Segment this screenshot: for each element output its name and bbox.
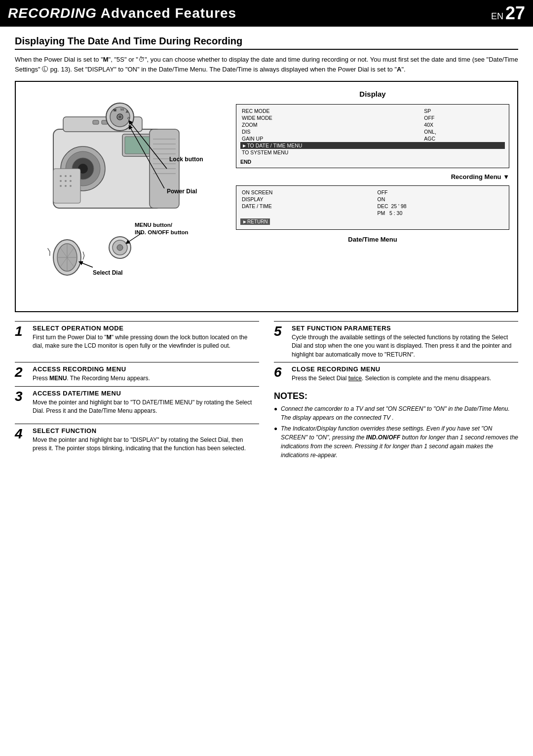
datetime-menu-label: Date/Time Menu	[236, 236, 509, 243]
svg-point-23	[70, 175, 72, 177]
step-number: 3	[15, 390, 29, 403]
step-title: CLOSE RECORDING MENU	[292, 365, 518, 373]
svg-point-21	[60, 175, 62, 177]
menu-cell: ZOOM	[240, 121, 422, 128]
steps-container: 1 SELECT OPERATION MODE First turn the P…	[15, 321, 518, 462]
step-content: SELECT OPERATION MODE First turn the Pow…	[33, 324, 259, 351]
step-text: Press MENU. The Recording Menu appears.	[33, 374, 259, 383]
step-title: ACCESS DATE/TIME MENU	[33, 390, 259, 397]
step-content: ACCESS DATE/TIME MENU Move the pointer a…	[33, 390, 259, 416]
display-panels: Display REC MODE SP WIDE MODE OFF ZOOM 4…	[236, 90, 509, 303]
step-6: 6 CLOSE RECORDING MENU Press the Select …	[274, 362, 518, 386]
notes-section: NOTES: Connect the camcorder to a TV and…	[274, 391, 518, 462]
svg-text:MENU button/: MENU button/	[135, 222, 173, 228]
step-text: Cycle through the available settings of …	[292, 333, 518, 359]
return-bar: ►RETURN	[240, 218, 270, 225]
menu-cell: 40X	[422, 121, 505, 128]
display-label: Display	[236, 90, 509, 98]
notes-title: NOTES:	[274, 391, 518, 401]
step-number: 6	[274, 365, 288, 379]
step-number: 1	[15, 324, 29, 338]
menu-row: ON SCREEN OFF	[240, 189, 505, 196]
svg-point-42	[117, 245, 123, 251]
menu-row: GAIN UP AGC	[240, 135, 505, 142]
menu-cell	[240, 210, 376, 216]
svg-text:IND. ON/OFF button: IND. ON/OFF button	[135, 229, 189, 235]
menu-row: WIDE MODE OFF	[240, 114, 505, 121]
svg-point-29	[70, 185, 72, 187]
svg-text:⏱: ⏱	[127, 117, 130, 120]
menu-cell: TO SYSTEM MENU	[240, 149, 505, 156]
step-2: 2 ACCESS RECORDING MENU Press MENU. The …	[15, 362, 259, 386]
note-item: The Indicator/Display function overrides…	[274, 424, 518, 460]
menu-cell: WIDE MODE	[240, 114, 422, 121]
step-text: Move the pointer and highlight bar to "T…	[33, 398, 259, 416]
svg-text:Select Dial: Select Dial	[93, 269, 123, 276]
step-content: SELECT FUNCTION Move the pointer and hig…	[33, 427, 259, 453]
menu-row: DISPLAY ON	[240, 196, 505, 203]
svg-point-28	[65, 185, 67, 187]
step-content: CLOSE RECORDING MENU Press the Select Di…	[292, 365, 518, 383]
step-4: 4 SELECT FUNCTION Move the pointer and h…	[15, 424, 259, 462]
svg-point-27	[60, 185, 62, 187]
svg-text:Power Dial: Power Dial	[167, 188, 197, 195]
menu-row: PM 5 : 30	[240, 210, 505, 216]
menu-cell: ON SCREEN	[240, 189, 376, 196]
step-content: SET FUNCTION PARAMETERS Cycle through th…	[292, 324, 518, 359]
step-5: 5 SET FUNCTION PARAMETERS Cycle through …	[274, 321, 518, 362]
header-page-number: EN 27	[491, 3, 525, 24]
step-title: ACCESS RECORDING MENU	[33, 365, 259, 373]
camera-svg: M 5S A ⏱	[24, 90, 231, 302]
menu-cell: DISPLAY	[240, 196, 376, 203]
step-number: 2	[15, 365, 29, 379]
menu-cell: ►TO DATE / TIME MENU	[240, 142, 505, 149]
step-number: 4	[15, 427, 29, 441]
menu-cell: REC MODE	[240, 108, 422, 114]
datetime-menu-table: ON SCREEN OFF DISPLAY ON DATE / TIME DEC…	[240, 189, 505, 216]
page-header: RECORDING Advanced Features EN 27	[0, 0, 533, 27]
step-content: ACCESS RECORDING MENU Press MENU. The Re…	[33, 365, 259, 383]
svg-point-24	[60, 180, 62, 182]
section-title: Displaying The Date And Time During Reco…	[15, 36, 518, 50]
svg-text:5S: 5S	[120, 108, 124, 111]
diagram-box: M 5S A ⏱	[15, 81, 518, 312]
svg-text:M: M	[114, 108, 116, 112]
svg-point-26	[70, 180, 72, 182]
step-3: 3 ACCESS DATE/TIME MENU Move the pointer…	[15, 386, 259, 424]
menu-cell: DEC 25 ' 98	[376, 203, 505, 210]
menu-cell: SP	[422, 108, 505, 114]
menu-row: DATE / TIME DEC 25 ' 98	[240, 203, 505, 210]
menu-cell: AGC	[422, 135, 505, 142]
step-text: Move the pointer and highlight bar to "D…	[33, 436, 259, 453]
menu-row: TO SYSTEM MENU	[240, 149, 505, 156]
menu-row-highlighted: ►TO DATE / TIME MENU	[240, 142, 505, 149]
step-text: Press the Select Dial twice. Selection i…	[292, 374, 518, 383]
menu-cell: DATE / TIME	[240, 203, 376, 210]
svg-text:⟩: ⟩	[46, 247, 52, 257]
camera-illustration: M 5S A ⏱	[24, 90, 231, 303]
svg-point-25	[65, 180, 67, 182]
svg-text:⟩: ⟩	[82, 251, 85, 260]
step-text: First turn the Power Dial to "M" while p…	[33, 333, 259, 351]
svg-rect-18	[93, 120, 99, 124]
recording-menu-table: REC MODE SP WIDE MODE OFF ZOOM 40X DIS O…	[240, 108, 505, 156]
svg-point-37	[118, 115, 121, 118]
step-title: SELECT OPERATION MODE	[33, 324, 259, 332]
menu-cell: PM 5 : 30	[376, 210, 505, 216]
svg-point-22	[65, 175, 67, 177]
menu-cell: ONLˌ	[422, 128, 505, 135]
menu-row: REC MODE SP	[240, 108, 505, 114]
svg-text:A: A	[126, 110, 128, 113]
step-title: SET FUNCTION PARAMETERS	[292, 324, 518, 332]
menu-cell: GAIN UP	[240, 135, 422, 142]
recording-menu-panel: REC MODE SP WIDE MODE OFF ZOOM 40X DIS O…	[236, 104, 509, 168]
page-content: Displaying The Date And Time During Reco…	[0, 27, 533, 470]
menu-cell: ON	[376, 196, 505, 203]
notes-list: Connect the camcorder to a TV and set "O…	[274, 404, 518, 460]
step-title: SELECT FUNCTION	[33, 427, 259, 434]
menu-cell: OFF	[376, 189, 505, 196]
svg-line-50	[80, 262, 93, 267]
step-1: 1 SELECT OPERATION MODE First turn the P…	[15, 321, 259, 362]
datetime-menu-panel: ON SCREEN OFF DISPLAY ON DATE / TIME DEC…	[236, 185, 509, 230]
menu-cell: OFF	[422, 114, 505, 121]
